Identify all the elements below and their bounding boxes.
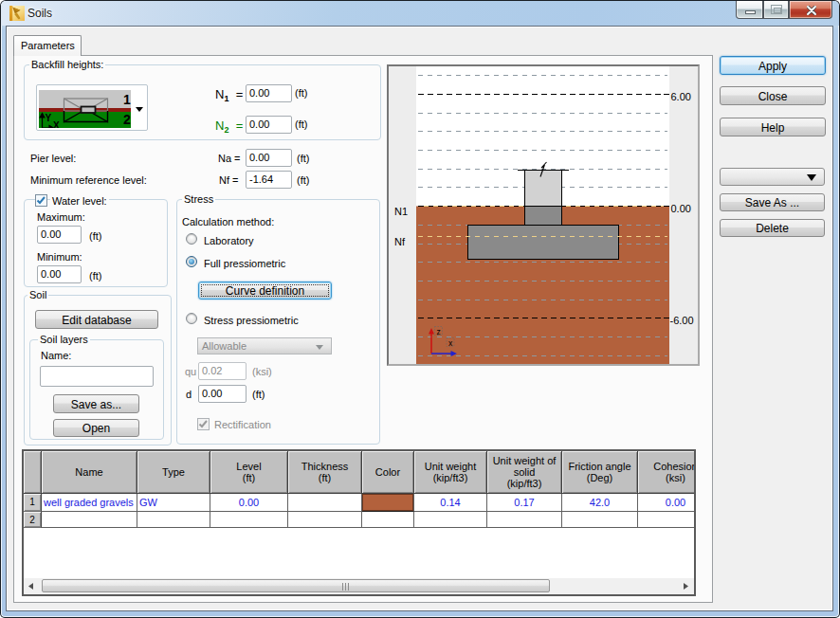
svg-text:z: z <box>437 327 441 336</box>
svg-text:2: 2 <box>123 112 131 127</box>
svg-text:Nf: Nf <box>394 236 406 247</box>
svg-text:6.00: 6.00 <box>671 91 691 102</box>
svg-text:-6.00: -6.00 <box>670 315 694 326</box>
svg-text:0.00: 0.00 <box>671 203 691 214</box>
svg-text:1: 1 <box>123 92 131 107</box>
svg-text:N1: N1 <box>394 206 408 217</box>
svg-text:X: X <box>53 120 60 128</box>
svg-text:Y: Y <box>46 113 52 123</box>
